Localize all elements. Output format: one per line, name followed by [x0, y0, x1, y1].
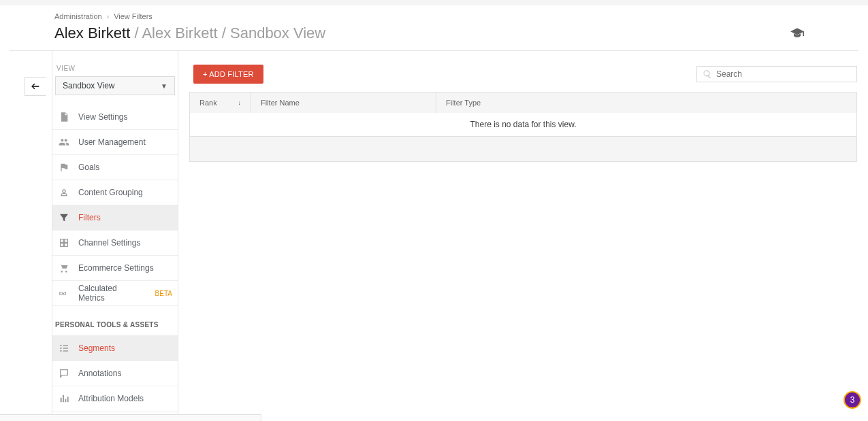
sidebar-section-personal-label: PERSONAL TOOLS & ASSETS — [52, 306, 178, 336]
nav-user-management[interactable]: User Management — [52, 130, 178, 155]
dd-icon: Dd — [58, 288, 70, 299]
nav-label: View Settings — [78, 112, 128, 122]
table-footer — [190, 137, 856, 161]
col-header-filter-name[interactable]: Filter Name — [251, 92, 436, 113]
view-selector-dropdown[interactable]: Sandbox View ▼ — [55, 76, 175, 95]
main-content: + ADD FILTER Rank ↓ Filter Name Filter T… — [178, 51, 868, 421]
nav-label: User Management — [78, 137, 146, 147]
page-title: Alex Birkett / Alex Birkett / Sandbox Vi… — [54, 24, 325, 42]
comment-icon — [58, 368, 70, 379]
table-header-row: Rank ↓ Filter Name Filter Type — [190, 92, 856, 113]
nav-label: Segments — [78, 343, 115, 353]
nav-label: Channel Settings — [78, 238, 140, 248]
breadcrumb-level-2[interactable]: View Filters — [114, 12, 152, 20]
col-header-rank[interactable]: Rank ↓ — [190, 92, 251, 113]
view-path: / Alex Birkett / Sandbox View — [134, 24, 325, 41]
nav-segments[interactable]: Segments — [52, 336, 178, 361]
chevron-down-icon: ▼ — [161, 82, 167, 90]
nav-content-grouping[interactable]: Content Grouping — [52, 180, 178, 205]
flag-icon — [58, 162, 70, 173]
nav-channel-settings[interactable]: Channel Settings — [52, 231, 178, 256]
search-box[interactable] — [696, 66, 857, 82]
document-icon — [58, 112, 70, 122]
breadcrumb-level-1[interactable]: Administration — [54, 12, 102, 20]
group-icon — [58, 137, 70, 148]
page-header: Administration › View Filters Alex Birke… — [10, 5, 858, 51]
view-selector-value: Sandbox View — [63, 81, 115, 90]
nav-label: Filters — [78, 213, 101, 222]
back-button[interactable] — [25, 77, 46, 96]
fab-count: 3 — [850, 395, 855, 405]
search-input[interactable] — [716, 69, 851, 79]
breadcrumb[interactable]: Administration › View Filters — [54, 12, 325, 20]
account-name: Alex Birkett — [54, 24, 130, 41]
nav-ecommerce-settings[interactable]: Ecommerce Settings — [52, 256, 178, 281]
nav-label: Content Grouping — [78, 188, 143, 197]
segments-icon — [58, 343, 70, 354]
person-outline-icon — [58, 187, 70, 198]
search-icon — [703, 69, 712, 79]
filter-icon — [58, 212, 70, 223]
sidebar-section-view-label: VIEW — [52, 51, 178, 76]
nav-label: Annotations — [78, 369, 121, 378]
beta-badge: BETA — [155, 290, 172, 297]
nav-calculated-metrics[interactable]: Dd Calculated Metrics BETA — [52, 281, 178, 306]
bars-icon — [58, 393, 70, 404]
nav-annotations[interactable]: Annotations — [52, 361, 178, 386]
nav-view-settings[interactable]: View Settings — [52, 105, 178, 130]
education-icon[interactable] — [790, 28, 858, 42]
svg-text:Dd: Dd — [59, 291, 67, 297]
nav-label: Attribution Models — [78, 394, 144, 403]
add-filter-button[interactable]: + ADD FILTER — [193, 65, 263, 84]
nav-label: Goals — [78, 163, 99, 172]
nav-attribution-models[interactable]: Attribution Models — [52, 386, 178, 411]
table-empty-message: There is no data for this view. — [190, 113, 856, 137]
sidebar: VIEW Sandbox View ▼ View Settings User M… — [52, 51, 178, 421]
nav-label: Calculated Metrics — [78, 284, 146, 303]
sort-arrow-icon: ↓ — [238, 99, 242, 106]
bottom-placeholder-bar — [0, 414, 261, 421]
channel-icon — [58, 237, 70, 248]
col-header-filter-type[interactable]: Filter Type — [436, 92, 856, 113]
nav-goals[interactable]: Goals — [52, 155, 178, 180]
cart-icon — [58, 263, 70, 273]
nav-label: Ecommerce Settings — [78, 263, 154, 273]
filters-table: Rank ↓ Filter Name Filter Type There is … — [189, 92, 857, 162]
notification-fab[interactable]: 3 — [843, 391, 861, 409]
nav-filters[interactable]: Filters — [52, 205, 178, 231]
